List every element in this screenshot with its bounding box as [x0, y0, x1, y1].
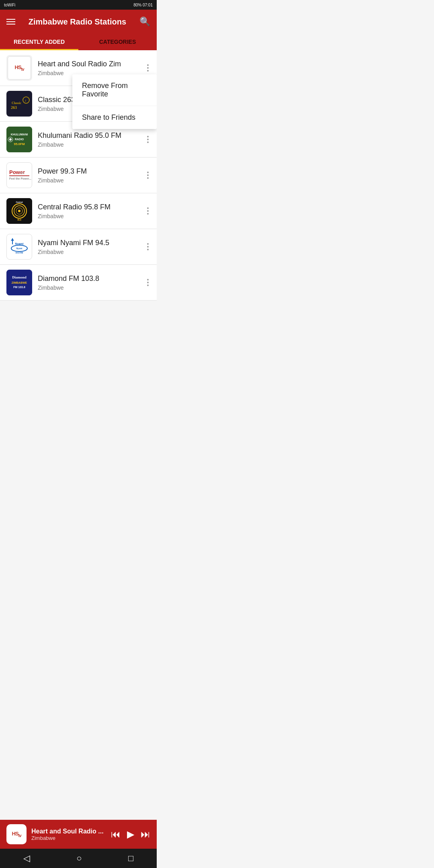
station-info: Khulumani Radio 95.0 FM Zimbabwe: [38, 131, 145, 147]
svg-text:Classic: Classic: [12, 101, 21, 105]
svg-point-10: [9, 138, 12, 141]
khulumani-logo-svg: KHULUMANI RADIO 95.0FM: [6, 127, 32, 152]
svg-text:Feel the Power...: Feel the Power...: [9, 177, 31, 180]
station-name: Diamond FM 103.8: [38, 274, 145, 283]
station-name: Heart and Soul Radio Zim: [38, 59, 145, 69]
station-name: Power 99.3 FM: [38, 167, 145, 176]
svg-text:95.8: 95.8: [17, 219, 21, 221]
svg-rect-24: [7, 234, 32, 259]
tab-recently-added[interactable]: RECENTLY ADDED: [0, 34, 78, 49]
station-row[interactable]: HStv Heart and Soul Radio Zim Zimbabwe R…: [0, 50, 157, 86]
app-title: Zimbabwe Radio Stations: [29, 17, 126, 27]
station-logo: HStv: [6, 55, 32, 81]
svg-text:RADIO: RADIO: [15, 138, 24, 141]
context-menu: Remove From Favorite Share to Friends: [72, 74, 157, 129]
station-name: Nyami Nyami FM 94.5: [38, 238, 145, 248]
svg-text:ZIMBABWE: ZIMBABWE: [12, 281, 27, 284]
status-right: 80% 07:01: [133, 3, 153, 7]
station-logo: Nyami Nyami 94.5 FM: [6, 234, 32, 260]
diamond-logo-svg: Diamond ZIMBABWE FM 103.8: [6, 270, 32, 295]
station-row[interactable]: Diamond ZIMBABWE FM 103.8 Diamond FM 103…: [0, 265, 157, 301]
station-country: Zimbabwe: [38, 177, 145, 184]
station-logo: Diamond ZIMBABWE FM 103.8: [6, 270, 32, 295]
svg-text:Nyami: Nyami: [15, 242, 23, 246]
classic263-logo-svg: Classic 263 ♪: [8, 92, 31, 115]
status-bar: toWiFi 80% 07:01: [0, 0, 157, 10]
station-row[interactable]: 95.8 Central Central Radio 95.8 FM Zimba…: [0, 193, 157, 229]
more-options-button[interactable]: [145, 276, 150, 289]
power-logo-svg: Power FM Feel the Power...: [7, 163, 32, 188]
more-options-button[interactable]: [145, 133, 150, 146]
station-country: Zimbabwe: [38, 249, 145, 255]
menu-button[interactable]: [6, 19, 15, 25]
central-logo-svg: 95.8 Central: [6, 198, 32, 224]
svg-text:Central: Central: [16, 201, 23, 203]
status-left: toWiFi: [4, 3, 15, 7]
svg-text:Nyami: Nyami: [16, 247, 23, 250]
station-name: Khulumani Radio 95.0 FM: [38, 131, 145, 140]
svg-rect-11: [7, 163, 32, 188]
svg-text:♪: ♪: [25, 98, 27, 102]
tab-bar: RECENTLY ADDED CATEGORIES: [0, 34, 157, 50]
station-logo: 95.8 Central: [6, 198, 32, 224]
svg-text:FM 103.8: FM 103.8: [13, 286, 25, 289]
svg-text:94.5 FM: 94.5 FM: [16, 252, 23, 254]
station-logo: KHULUMANI RADIO 95.0FM: [6, 127, 32, 152]
svg-text:263: 263: [11, 105, 17, 110]
station-row[interactable]: Power FM Feel the Power... Power 99.3 FM…: [0, 158, 157, 193]
svg-text:FM: FM: [20, 172, 24, 174]
station-country: Zimbabwe: [38, 213, 145, 219]
station-country: Zimbabwe: [38, 141, 145, 148]
station-info: Power 99.3 FM Zimbabwe: [38, 167, 145, 183]
svg-text:Diamond: Diamond: [12, 275, 27, 279]
station-row[interactable]: Nyami Nyami 94.5 FM Nyami Nyami FM 94.5 …: [0, 229, 157, 265]
share-friends-option[interactable]: Share to Friends: [72, 106, 157, 129]
nyami-logo-svg: Nyami Nyami 94.5 FM: [7, 234, 32, 259]
station-logo: Power FM Feel the Power...: [6, 162, 32, 188]
hstv-logo-text: HStv: [15, 64, 24, 72]
station-logo: Classic 263 ♪: [6, 91, 32, 117]
more-options-button[interactable]: [145, 61, 150, 75]
svg-text:KHULUMANI: KHULUMANI: [11, 133, 28, 136]
remove-favorite-option[interactable]: Remove From Favorite: [72, 74, 157, 106]
tab-categories[interactable]: CATEGORIES: [78, 34, 157, 49]
app-header: Zimbabwe Radio Stations 🔍: [0, 10, 157, 34]
more-options-button[interactable]: [145, 204, 150, 218]
station-info: Nyami Nyami FM 94.5 Zimbabwe: [38, 238, 145, 255]
station-info: Diamond FM 103.8 Zimbabwe: [38, 274, 145, 291]
svg-text:95.0FM: 95.0FM: [14, 142, 25, 146]
station-name: Central Radio 95.8 FM: [38, 203, 145, 212]
station-list: HStv Heart and Soul Radio Zim Zimbabwe R…: [0, 50, 157, 301]
station-info: Heart and Soul Radio Zim Zimbabwe: [38, 59, 145, 76]
more-options-button[interactable]: [145, 168, 150, 182]
search-icon[interactable]: 🔍: [139, 16, 150, 27]
station-country: Zimbabwe: [38, 285, 145, 291]
svg-point-21: [18, 210, 20, 212]
station-info: Central Radio 95.8 FM Zimbabwe: [38, 203, 145, 219]
more-options-button[interactable]: [145, 240, 150, 254]
